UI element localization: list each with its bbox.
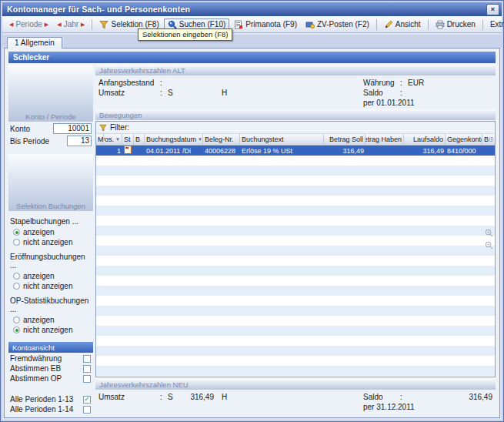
tab-allgemein[interactable]: 1 Allgemein <box>7 37 62 49</box>
radio-icon[interactable] <box>13 239 20 246</box>
section-kontoansicht: Kontoansicht <box>8 342 93 353</box>
cell-buchungsdatum: 04.01.2011 /Di <box>145 147 203 155</box>
saldo-neu-value: 316,49 <box>452 393 492 401</box>
abstimmen-eb-row[interactable]: Abstimmen EB <box>8 363 93 373</box>
op-anzeigen-option[interactable]: anzeigen <box>8 314 93 324</box>
saldo-neu-label: Saldo <box>363 393 400 401</box>
anfangsbestand-label: Anfangsbestand <box>98 79 160 87</box>
alle-perioden-1-13-row[interactable]: Alle Perioden 1-13 ✓ <box>8 394 93 404</box>
periode-label: Periode <box>15 20 42 28</box>
extras-label: Extras <box>490 20 504 28</box>
option-label: anzeigen <box>23 228 55 236</box>
checkbox-icon[interactable] <box>83 375 91 383</box>
column-header-laufsaldo[interactable]: Laufsaldo <box>404 134 446 145</box>
periode-nav[interactable]: ◀ Periode ▶ <box>5 18 52 30</box>
stapelbuchungen-label: Stapelbuchungen ... <box>8 211 93 226</box>
bis-periode-input[interactable]: 13 <box>67 136 92 146</box>
zoom-in-icon[interactable] <box>485 229 493 237</box>
eroeffnungsbuchungen-label: Eröffnungsbuchungen ... <box>8 246 93 270</box>
drucken-button[interactable]: Drucken <box>432 18 479 31</box>
column-header-gegenkonto[interactable]: Gegenkonto <box>446 134 482 145</box>
cell-buchungstext: Erlöse 19 % USt <box>240 147 324 155</box>
konto-input[interactable]: 10001 <box>53 123 92 134</box>
selektion-label: Selektion (F8) <box>111 20 159 28</box>
column-header-st[interactable]: St <box>122 134 134 145</box>
waehrung-value: EUR <box>408 79 424 87</box>
bis-periode-label: Bis Periode <box>10 137 49 146</box>
jahr-nav[interactable]: ◀ Jahr ▶ <box>53 18 88 30</box>
colon: : <box>400 89 408 97</box>
jahr-next-icon[interactable]: ▶ <box>81 22 85 27</box>
colon: : <box>400 393 408 401</box>
column-header-beleg-nr[interactable]: Beleg-Nr. <box>203 134 240 145</box>
section-jvz-alt: Jahresverkehrszahlen ALT <box>95 65 496 75</box>
zv-posten-button[interactable]: ZV-Posten (F2) <box>302 18 373 31</box>
tab-strip: 1 Allgemein <box>2 35 502 48</box>
colon: : <box>400 79 408 87</box>
bewegungen-section: Bewegungen Filter: M Pos.▼ <box>95 109 496 377</box>
ansicht-button[interactable]: Ansicht <box>380 18 425 31</box>
app-window: Kontomanager für Sach- und Personenkonte… <box>0 0 504 422</box>
suchen-label: Suchen (F10) <box>179 20 226 28</box>
search-icon <box>168 20 177 29</box>
column-header-betrag-soll[interactable]: Betrag Soll <box>324 134 365 145</box>
radio-icon[interactable] <box>13 316 20 323</box>
column-header-b[interactable]: B <box>134 134 145 145</box>
column-header-buchungstext[interactable]: Buchungstext <box>240 134 324 145</box>
column-header-buchungsdatum[interactable]: Buchungsdatum▼ <box>145 134 203 145</box>
extras-button[interactable]: Extras <box>486 18 504 30</box>
left-panel: Konto / Periode Konto 10001 Bis Periode … <box>8 65 93 414</box>
cell-gegenkonto: 8410/000 <box>446 147 482 155</box>
checkbox-icon[interactable] <box>83 406 91 414</box>
option-label: anzeigen <box>23 272 55 280</box>
table-header: M Pos.▼ St B Buchungsdatum▼ Beleg-Nr. Bu… <box>96 134 495 146</box>
section-bewegungen: Bewegungen <box>95 109 496 120</box>
column-chooser-icon[interactable] <box>489 136 493 142</box>
zoom-rail <box>485 229 493 250</box>
column-header-pos[interactable]: Pos.▼ <box>104 134 122 145</box>
right-panel: Jahresverkehrszahlen ALT Anfangsbestand … <box>95 65 496 414</box>
alle-perioden-1-14-row[interactable]: Alle Perioden 1-14 <box>8 404 93 414</box>
periode-next-icon[interactable]: ▶ <box>45 22 48 27</box>
section-konto-periode: Konto / Periode <box>8 65 93 122</box>
checkbox-label: Abstimmen OP <box>10 374 62 383</box>
zoom-out-icon[interactable] <box>485 241 493 250</box>
column-header-m[interactable]: M <box>96 134 104 145</box>
table-row-selected[interactable]: 1 04.01.2011 /Di 40006228 Erlöse 19 % US… <box>96 146 495 156</box>
radio-icon[interactable] <box>13 273 20 280</box>
op-nicht-anzeigen-option[interactable]: nicht anzeigen <box>8 324 93 334</box>
radio-icon[interactable] <box>13 327 20 333</box>
window-title: Kontomanager für Sach- und Personenkonte… <box>7 5 486 14</box>
option-label: nicht anzeigen <box>23 326 73 334</box>
fremdwaehrung-row[interactable]: Fremdwährung <box>8 353 93 363</box>
checkbox-checked-icon[interactable]: ✓ <box>83 396 91 404</box>
checkbox-icon[interactable] <box>83 355 91 363</box>
jahr-prev-icon[interactable]: ◀ <box>57 22 61 27</box>
filter-row[interactable]: Filter: <box>96 122 495 134</box>
section-selektion-buchungen: Selektion Buchungen <box>8 154 93 211</box>
checkbox-label: Abstimmen EB <box>10 364 61 373</box>
abstimmen-op-row[interactable]: Abstimmen OP <box>8 373 93 383</box>
haben-marker: H <box>222 89 227 97</box>
jahr-label: Jahr <box>64 20 78 28</box>
umsatz-neu-soll-value: 316,49 <box>179 393 214 401</box>
close-button[interactable]: × <box>486 4 499 15</box>
cell-beleg-nr: 40006228 <box>203 147 240 155</box>
primanota-button[interactable]: Primanota (F9) <box>230 18 301 31</box>
booking-state-icon <box>122 146 134 156</box>
radio-icon[interactable] <box>13 229 20 236</box>
option-label: nicht anzeigen <box>23 238 73 246</box>
main-content: Schlecker Konto / Periode Konto 10001 Bi… <box>4 48 500 418</box>
eroeffnung-anzeigen-option[interactable]: anzeigen <box>8 270 93 280</box>
saldo-alt-label: Saldo <box>363 89 400 97</box>
periode-prev-icon[interactable]: ◀ <box>9 22 13 27</box>
eroeffnung-nicht-anzeigen-option[interactable]: nicht anzeigen <box>8 280 93 290</box>
column-header-betrag-haben[interactable]: Betrag Haben <box>365 134 404 145</box>
radio-icon[interactable] <box>13 283 20 290</box>
title-bar: Kontomanager für Sach- und Personenkonte… <box>2 2 502 16</box>
stapel-nicht-anzeigen-option[interactable]: nicht anzeigen <box>8 236 93 246</box>
checkbox-icon[interactable] <box>83 365 91 373</box>
stapel-anzeigen-option[interactable]: anzeigen <box>8 226 93 236</box>
column-header-b2[interactable]: B <box>482 134 495 145</box>
per-date-alt: per 01.01.2011 <box>363 99 415 107</box>
